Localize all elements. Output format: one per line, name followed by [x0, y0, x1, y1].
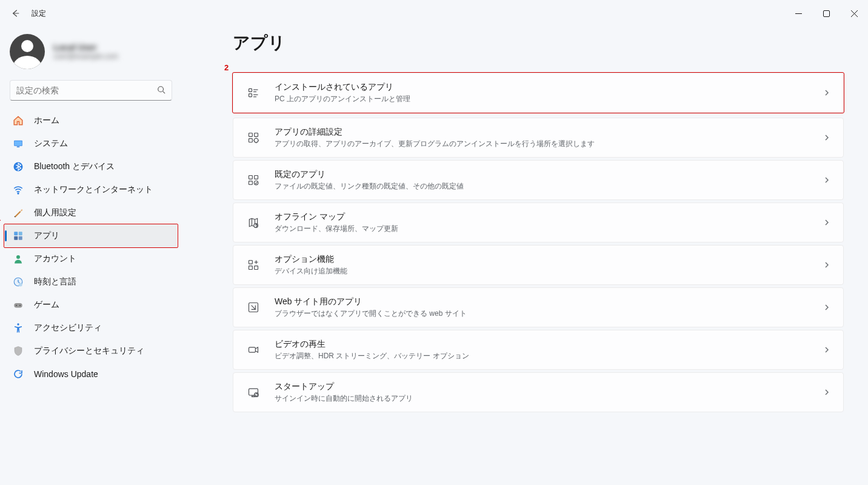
- svg-rect-8: [17, 147, 20, 148]
- home-icon: [12, 115, 24, 127]
- card-subtitle: ダウンロード、保存場所、マップ更新: [275, 224, 824, 234]
- profile-subtitle: user@example.com: [53, 52, 118, 61]
- sidebar-item-label: アクセシビリティ: [34, 323, 102, 333]
- sidebar-item-label: 時刻と言語: [34, 276, 76, 287]
- card-title: Web サイト用のアプリ: [275, 296, 824, 307]
- chevron-right-icon: [824, 218, 830, 227]
- card-startup[interactable]: スタートアップ サインイン時に自動的に開始されるアプリ: [233, 372, 844, 412]
- maximize-button[interactable]: [812, 0, 840, 27]
- profile-name: Local User: [53, 42, 118, 52]
- back-button[interactable]: [11, 8, 21, 18]
- titlebar: 設定: [0, 0, 868, 27]
- card-optional[interactable]: オプション機能 デバイス向け追加機能: [233, 245, 844, 285]
- svg-rect-32: [249, 176, 253, 179]
- chevron-right-icon: [824, 303, 830, 312]
- chevron-right-icon: [824, 89, 830, 98]
- sidebar-item-label: Windows Update: [34, 369, 98, 379]
- search-icon: [157, 85, 165, 96]
- svg-point-10: [18, 193, 19, 194]
- svg-rect-29: [255, 133, 258, 137]
- svg-rect-22: [249, 89, 252, 92]
- card-subtitle: ファイルの既定値、リンク種類の既定値、その他の既定値: [275, 181, 824, 192]
- sidebar-item-system[interactable]: システム: [5, 132, 177, 155]
- svg-point-21: [17, 323, 19, 325]
- card-title: 既定のアプリ: [275, 169, 824, 180]
- svg-rect-39: [249, 266, 253, 270]
- startup-icon: [247, 386, 260, 399]
- minimize-button[interactable]: [784, 0, 812, 27]
- svg-rect-18: [14, 303, 22, 308]
- sidebar-item-label: プライバシーとセキュリティ: [34, 346, 144, 356]
- sidebar-item-label: システム: [34, 138, 68, 149]
- search-box[interactable]: [10, 80, 172, 101]
- svg-rect-12: [19, 232, 22, 235]
- sidebar-item-gaming[interactable]: ゲーム: [5, 293, 177, 316]
- card-subtitle: サインイン時に自動的に開始されるアプリ: [275, 393, 824, 404]
- account-icon: [12, 253, 24, 265]
- card-websites[interactable]: Web サイト用のアプリ ブラウザーではなくアプリで開くことができる web サ…: [233, 287, 844, 327]
- card-subtitle: ビデオ調整、HDR ストリーミング、バッテリー オプション: [275, 351, 824, 361]
- chevron-right-icon: [824, 346, 830, 355]
- maps-icon: [247, 216, 260, 229]
- main-content: アプリ 2 インストールされているアプリ PC 上のアプリのアンインストールと管…: [182, 27, 868, 485]
- chevron-right-icon: [824, 133, 830, 142]
- sidebar-item-label: 個人用設定: [34, 207, 76, 218]
- svg-point-17: [19, 283, 22, 287]
- search-input[interactable]: [16, 85, 157, 95]
- advanced-icon: [247, 131, 260, 144]
- annotation-label-2: 2: [224, 63, 229, 72]
- privacy-icon: [12, 345, 24, 357]
- sidebar-item-apps[interactable]: アプリ: [5, 224, 177, 247]
- card-title: ビデオの再生: [275, 339, 824, 350]
- close-button[interactable]: [840, 0, 868, 27]
- sidebar-item-bluetooth[interactable]: Bluetooth とデバイス: [5, 155, 177, 178]
- network-icon: [12, 184, 24, 196]
- chevron-right-icon: [824, 388, 830, 397]
- time-icon: [12, 276, 24, 288]
- svg-point-20: [19, 305, 21, 306]
- personalize-icon: [12, 207, 24, 219]
- sidebar-item-personalize[interactable]: 個人用設定: [5, 201, 177, 224]
- sidebar-item-network[interactable]: ネットワークとインターネット: [5, 178, 177, 201]
- svg-rect-13: [14, 236, 18, 240]
- svg-rect-7: [15, 141, 22, 146]
- bluetooth-icon: [12, 161, 24, 173]
- card-title: インストールされているアプリ: [275, 82, 824, 93]
- card-maps[interactable]: オフライン マップ ダウンロード、保存場所、マップ更新: [233, 202, 844, 242]
- svg-rect-34: [249, 181, 253, 185]
- card-video[interactable]: ビデオの再生 ビデオ調整、HDR ストリーミング、バッテリー オプション: [233, 330, 844, 370]
- default-icon: [247, 173, 260, 187]
- avatar: [10, 34, 45, 69]
- video-icon: [247, 343, 260, 356]
- svg-rect-23: [249, 94, 252, 97]
- sidebar-item-label: ゲーム: [34, 299, 59, 310]
- optional-icon: [247, 258, 260, 272]
- sidebar-item-label: ホーム: [34, 115, 59, 126]
- gaming-icon: [12, 299, 24, 311]
- annotation-label-1: 1: [0, 213, 1, 222]
- svg-rect-33: [255, 176, 258, 179]
- svg-point-19: [16, 305, 17, 306]
- svg-rect-1: [823, 10, 829, 16]
- sidebar-item-privacy[interactable]: プライバシーとセキュリティ: [5, 340, 177, 363]
- profile[interactable]: Local User user@example.com: [0, 32, 182, 80]
- window-controls: [784, 0, 868, 27]
- sidebar-item-time[interactable]: 時刻と言語: [5, 270, 177, 293]
- sidebar-item-accessibility[interactable]: アクセシビリティ: [5, 316, 177, 340]
- card-advanced[interactable]: アプリの詳細設定 アプリの取得、アプリのアーカイブ、更新プログラムのアンインスト…: [233, 118, 844, 158]
- chevron-right-icon: [824, 261, 830, 270]
- sidebar: Local User user@example.com ホーム システム Blu…: [0, 27, 182, 485]
- system-icon: [12, 138, 24, 150]
- chevron-right-icon: [824, 176, 830, 185]
- update-icon: [12, 368, 24, 380]
- svg-point-35: [254, 181, 258, 185]
- card-subtitle: アプリの取得、アプリのアーカイブ、更新プログラムのアンインストールを行う場所を選…: [275, 139, 824, 149]
- card-subtitle: PC 上のアプリのアンインストールと管理: [275, 94, 824, 104]
- svg-rect-30: [249, 139, 253, 142]
- card-default[interactable]: 既定のアプリ ファイルの既定値、リンク種類の既定値、その他の既定値: [233, 160, 844, 200]
- svg-point-4: [158, 86, 164, 92]
- card-installed-apps[interactable]: インストールされているアプリ PC 上のアプリのアンインストールと管理: [233, 73, 844, 113]
- sidebar-item-update[interactable]: Windows Update: [5, 363, 177, 386]
- sidebar-item-home[interactable]: ホーム: [5, 109, 177, 132]
- sidebar-item-account[interactable]: アカウント: [5, 247, 177, 270]
